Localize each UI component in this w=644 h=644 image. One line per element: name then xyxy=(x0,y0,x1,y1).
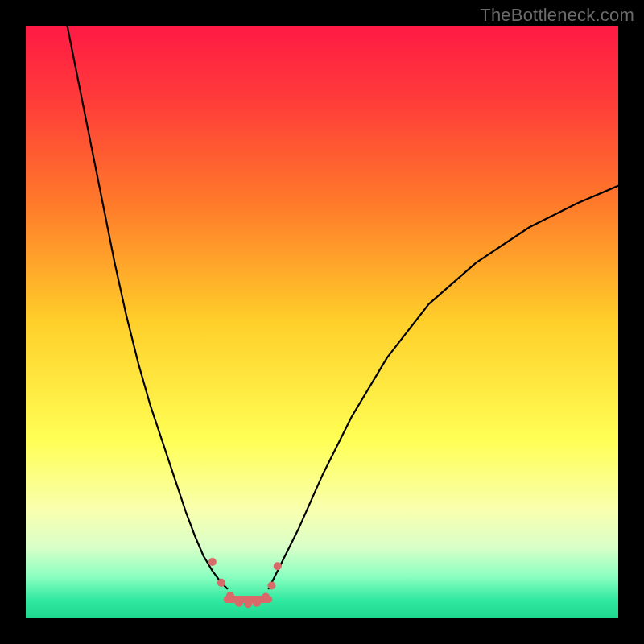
bottom-marks-point xyxy=(267,582,275,590)
watermark-text: TheBottleneck.com xyxy=(480,5,634,26)
bottom-marks-point xyxy=(208,558,217,566)
chart-frame: TheBottleneck.com xyxy=(0,0,644,644)
bottleneck-chart xyxy=(26,26,618,618)
bottom-marks-point xyxy=(217,579,225,587)
bottom-marks-point xyxy=(274,562,282,570)
gradient-background xyxy=(26,26,618,618)
